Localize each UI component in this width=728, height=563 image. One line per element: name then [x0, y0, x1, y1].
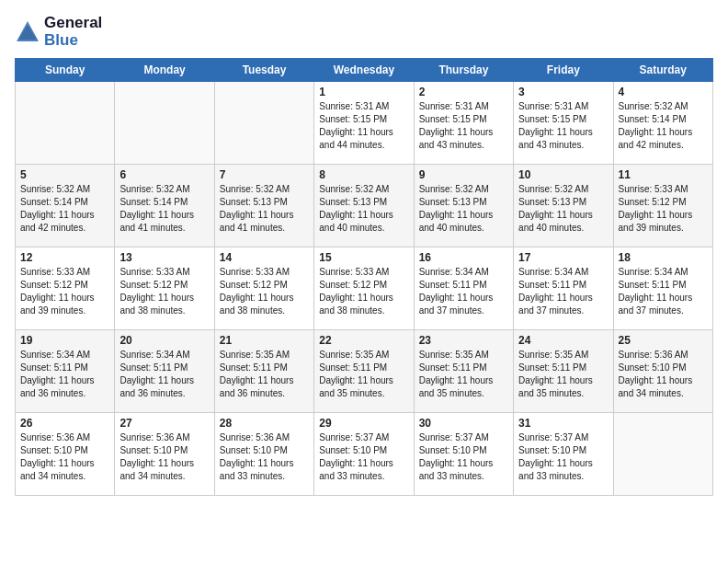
calendar-cell: 12Sunrise: 5:33 AM Sunset: 5:12 PM Dayli… — [16, 247, 115, 330]
calendar-cell: 2Sunrise: 5:31 AM Sunset: 5:15 PM Daylig… — [414, 82, 513, 165]
logo-text-line2: Blue — [44, 32, 102, 50]
day-info: Sunrise: 5:37 AM Sunset: 5:10 PM Dayligh… — [518, 431, 608, 483]
day-info: Sunrise: 5:31 AM Sunset: 5:15 PM Dayligh… — [518, 100, 608, 152]
calendar-cell: 16Sunrise: 5:34 AM Sunset: 5:11 PM Dayli… — [414, 247, 513, 330]
calendar-cell: 19Sunrise: 5:34 AM Sunset: 5:11 PM Dayli… — [16, 330, 115, 413]
calendar-cell: 13Sunrise: 5:33 AM Sunset: 5:12 PM Dayli… — [115, 247, 214, 330]
day-number: 25 — [619, 334, 708, 347]
col-header-friday: Friday — [514, 59, 613, 82]
calendar-cell: 30Sunrise: 5:37 AM Sunset: 5:10 PM Dayli… — [414, 413, 513, 496]
week-row-5: 26Sunrise: 5:36 AM Sunset: 5:10 PM Dayli… — [16, 413, 713, 496]
calendar-cell: 11Sunrise: 5:33 AM Sunset: 5:12 PM Dayli… — [613, 165, 712, 247]
svg-marker-1 — [18, 25, 37, 40]
day-info: Sunrise: 5:35 AM Sunset: 5:11 PM Dayligh… — [319, 349, 408, 400]
day-number: 6 — [119, 168, 209, 181]
day-number: 1 — [319, 86, 408, 98]
calendar-cell — [214, 82, 313, 165]
day-number: 10 — [518, 168, 608, 181]
day-info: Sunrise: 5:33 AM Sunset: 5:12 PM Dayligh… — [119, 266, 209, 317]
col-header-thursday: Thursday — [414, 59, 513, 82]
calendar-cell: 21Sunrise: 5:35 AM Sunset: 5:11 PM Dayli… — [214, 330, 313, 413]
day-number: 17 — [518, 251, 608, 264]
day-info: Sunrise: 5:37 AM Sunset: 5:10 PM Dayligh… — [419, 431, 508, 483]
calendar-cell: 17Sunrise: 5:34 AM Sunset: 5:11 PM Dayli… — [514, 247, 613, 330]
calendar-cell — [16, 82, 115, 165]
day-number: 29 — [319, 417, 408, 430]
day-info: Sunrise: 5:32 AM Sunset: 5:13 PM Dayligh… — [319, 183, 408, 235]
day-info: Sunrise: 5:34 AM Sunset: 5:11 PM Dayligh… — [518, 266, 608, 317]
day-info: Sunrise: 5:32 AM Sunset: 5:13 PM Dayligh… — [220, 183, 309, 235]
calendar-cell: 24Sunrise: 5:35 AM Sunset: 5:11 PM Dayli… — [514, 330, 613, 413]
calendar-cell: 25Sunrise: 5:36 AM Sunset: 5:10 PM Dayli… — [613, 330, 712, 413]
day-number: 13 — [119, 251, 209, 264]
day-info: Sunrise: 5:32 AM Sunset: 5:13 PM Dayligh… — [419, 183, 508, 235]
day-info: Sunrise: 5:31 AM Sunset: 5:15 PM Dayligh… — [419, 100, 508, 152]
day-number: 30 — [419, 417, 508, 430]
day-number: 19 — [20, 334, 109, 347]
calendar-cell: 3Sunrise: 5:31 AM Sunset: 5:15 PM Daylig… — [514, 82, 613, 165]
day-info: Sunrise: 5:33 AM Sunset: 5:12 PM Dayligh… — [619, 183, 708, 235]
calendar-cell: 20Sunrise: 5:34 AM Sunset: 5:11 PM Dayli… — [115, 330, 214, 413]
day-number: 23 — [419, 334, 508, 347]
day-info: Sunrise: 5:36 AM Sunset: 5:10 PM Dayligh… — [220, 431, 309, 483]
col-header-tuesday: Tuesday — [214, 59, 313, 82]
day-number: 18 — [619, 251, 708, 264]
day-info: Sunrise: 5:34 AM Sunset: 5:11 PM Dayligh… — [20, 349, 109, 400]
calendar-cell: 26Sunrise: 5:36 AM Sunset: 5:10 PM Dayli… — [16, 413, 115, 496]
day-number: 12 — [20, 251, 109, 264]
day-number: 9 — [419, 168, 508, 181]
day-number: 7 — [220, 168, 309, 181]
day-number: 8 — [319, 168, 408, 181]
week-row-1: 1Sunrise: 5:31 AM Sunset: 5:15 PM Daylig… — [16, 82, 713, 165]
day-info: Sunrise: 5:34 AM Sunset: 5:11 PM Dayligh… — [419, 266, 508, 317]
day-info: Sunrise: 5:34 AM Sunset: 5:11 PM Dayligh… — [119, 349, 209, 400]
calendar-cell — [115, 82, 214, 165]
calendar-cell: 4Sunrise: 5:32 AM Sunset: 5:14 PM Daylig… — [613, 82, 712, 165]
calendar-cell: 31Sunrise: 5:37 AM Sunset: 5:10 PM Dayli… — [514, 413, 613, 496]
calendar-cell: 18Sunrise: 5:34 AM Sunset: 5:11 PM Dayli… — [613, 247, 712, 330]
day-info: Sunrise: 5:35 AM Sunset: 5:11 PM Dayligh… — [419, 349, 508, 400]
day-number: 15 — [319, 251, 408, 264]
day-number: 2 — [419, 86, 508, 98]
day-number: 4 — [619, 86, 708, 98]
day-number: 5 — [20, 168, 109, 181]
calendar-cell: 10Sunrise: 5:32 AM Sunset: 5:13 PM Dayli… — [514, 165, 613, 247]
day-info: Sunrise: 5:33 AM Sunset: 5:12 PM Dayligh… — [319, 266, 408, 317]
calendar-cell: 7Sunrise: 5:32 AM Sunset: 5:13 PM Daylig… — [214, 165, 313, 247]
day-info: Sunrise: 5:36 AM Sunset: 5:10 PM Dayligh… — [119, 431, 209, 483]
col-header-monday: Monday — [115, 59, 214, 82]
day-info: Sunrise: 5:35 AM Sunset: 5:11 PM Dayligh… — [220, 349, 309, 400]
calendar-cell: 14Sunrise: 5:33 AM Sunset: 5:12 PM Dayli… — [214, 247, 313, 330]
day-info: Sunrise: 5:32 AM Sunset: 5:14 PM Dayligh… — [619, 100, 708, 152]
day-number: 28 — [220, 417, 309, 430]
day-info: Sunrise: 5:33 AM Sunset: 5:12 PM Dayligh… — [20, 266, 109, 317]
header-row: SundayMondayTuesdayWednesdayThursdayFrid… — [16, 59, 713, 82]
day-info: Sunrise: 5:37 AM Sunset: 5:10 PM Dayligh… — [319, 431, 408, 483]
calendar-cell: 27Sunrise: 5:36 AM Sunset: 5:10 PM Dayli… — [115, 413, 214, 496]
logo-text-line1: General — [44, 15, 102, 32]
col-header-sunday: Sunday — [16, 59, 115, 82]
calendar-cell: 8Sunrise: 5:32 AM Sunset: 5:13 PM Daylig… — [314, 165, 414, 247]
calendar-cell: 22Sunrise: 5:35 AM Sunset: 5:11 PM Dayli… — [314, 330, 414, 413]
day-info: Sunrise: 5:35 AM Sunset: 5:11 PM Dayligh… — [518, 349, 608, 400]
logo-icon — [15, 19, 40, 45]
day-number: 3 — [518, 86, 608, 98]
calendar-cell: 28Sunrise: 5:36 AM Sunset: 5:10 PM Dayli… — [214, 413, 313, 496]
day-number: 24 — [518, 334, 608, 347]
calendar-cell: 15Sunrise: 5:33 AM Sunset: 5:12 PM Dayli… — [314, 247, 414, 330]
day-info: Sunrise: 5:33 AM Sunset: 5:12 PM Dayligh… — [220, 266, 309, 317]
col-header-saturday: Saturday — [613, 59, 712, 82]
day-number: 26 — [20, 417, 109, 430]
calendar-cell: 23Sunrise: 5:35 AM Sunset: 5:11 PM Dayli… — [414, 330, 513, 413]
calendar-cell — [613, 413, 712, 496]
calendar-cell: 9Sunrise: 5:32 AM Sunset: 5:13 PM Daylig… — [414, 165, 513, 247]
day-number: 14 — [220, 251, 309, 264]
day-number: 16 — [419, 251, 508, 264]
week-row-3: 12Sunrise: 5:33 AM Sunset: 5:12 PM Dayli… — [16, 247, 713, 330]
day-info: Sunrise: 5:36 AM Sunset: 5:10 PM Dayligh… — [20, 431, 109, 483]
day-info: Sunrise: 5:31 AM Sunset: 5:15 PM Dayligh… — [319, 100, 408, 152]
logo: General Blue — [15, 15, 102, 49]
col-header-wednesday: Wednesday — [314, 59, 414, 82]
day-info: Sunrise: 5:32 AM Sunset: 5:14 PM Dayligh… — [20, 183, 109, 235]
week-row-2: 5Sunrise: 5:32 AM Sunset: 5:14 PM Daylig… — [16, 165, 713, 247]
